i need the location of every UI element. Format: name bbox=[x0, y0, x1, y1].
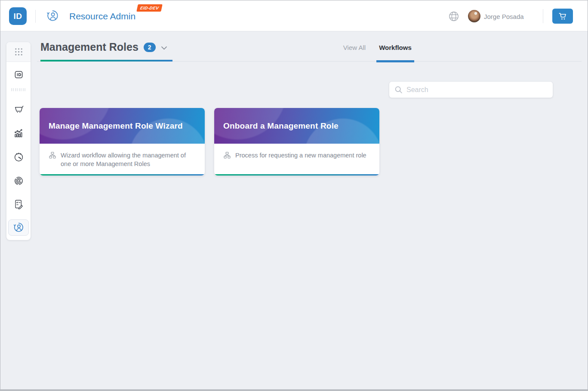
shopping-cart-button[interactable] bbox=[552, 9, 573, 24]
language-globe-icon[interactable] bbox=[448, 11, 459, 22]
card-accent-line bbox=[40, 174, 205, 175]
apps-grid-icon bbox=[14, 47, 24, 57]
card-header: Onboard a Management Role bbox=[214, 108, 379, 144]
analytics-icon bbox=[13, 128, 24, 139]
search-icon bbox=[394, 86, 403, 94]
sidebar-item-access[interactable] bbox=[10, 172, 27, 189]
sidebar-item-requests[interactable] bbox=[10, 195, 27, 212]
company-logo[interactable]: ID bbox=[9, 7, 27, 25]
card-description: Wizard workflow allowing the management … bbox=[61, 151, 194, 174]
card-accent-line bbox=[214, 174, 379, 175]
title-underline bbox=[40, 60, 172, 62]
gauge-icon bbox=[13, 152, 24, 163]
count-badge: 2 bbox=[144, 43, 156, 52]
org-chart-icon bbox=[49, 151, 56, 174]
tab-view-all[interactable]: View All bbox=[338, 44, 371, 51]
top-bar: ID Resource Admin EID-DEV Jorge Posada bbox=[0, 0, 588, 31]
user-sync-icon bbox=[13, 222, 24, 233]
divider bbox=[543, 9, 543, 23]
user-sync-icon bbox=[46, 9, 59, 22]
cart-icon bbox=[13, 104, 24, 114]
tab-workflows[interactable]: Workflows bbox=[376, 44, 414, 51]
card-title: Manage Management Role Wizard bbox=[49, 121, 183, 131]
page-title-row: Management Roles 2 bbox=[40, 41, 167, 53]
search-box bbox=[389, 82, 553, 98]
user-avatar[interactable] bbox=[468, 10, 480, 22]
user-name[interactable]: Jorge Posada bbox=[484, 13, 524, 20]
divider bbox=[35, 10, 36, 23]
card-description: Process for requesting a new management … bbox=[235, 151, 366, 174]
sidebar-placeholder-dashes bbox=[10, 86, 27, 92]
sidebar-item-analytics[interactable] bbox=[10, 124, 27, 142]
sidebar-item-resource-admin[interactable] bbox=[8, 219, 29, 236]
page-title: Management Roles bbox=[40, 41, 139, 53]
sidebar-item-shop[interactable] bbox=[10, 100, 27, 117]
sidebar bbox=[6, 42, 31, 240]
sidebar-item-dashboard[interactable] bbox=[10, 148, 27, 166]
card-body: Wizard workflow allowing the management … bbox=[40, 144, 205, 174]
card-body: Process for requesting a new management … bbox=[214, 144, 379, 174]
workflow-card-manage-management-role-wizard[interactable]: Manage Management Role Wizard Wizard wor… bbox=[40, 108, 205, 175]
tasks-edit-icon bbox=[13, 199, 24, 209]
id-badge-icon bbox=[13, 69, 24, 80]
environment-badge: EID-DEV bbox=[136, 4, 163, 12]
fingerprint-icon bbox=[13, 175, 24, 186]
chevron-down-icon[interactable] bbox=[161, 46, 167, 50]
org-chart-icon bbox=[223, 151, 231, 174]
card-title: Onboard a Management Role bbox=[223, 121, 339, 131]
cart-icon bbox=[558, 12, 567, 21]
sidebar-item-identity[interactable] bbox=[10, 66, 27, 83]
apps-grid-menu[interactable] bbox=[6, 42, 31, 62]
active-tab-underline bbox=[376, 60, 414, 62]
workflow-card-onboard-a-management-role[interactable]: Onboard a Management Role Process for re… bbox=[214, 108, 379, 175]
dashes-icon bbox=[11, 88, 26, 91]
card-header: Manage Management Role Wizard bbox=[40, 108, 205, 144]
search-input[interactable] bbox=[406, 86, 548, 94]
product-title: Resource Admin bbox=[69, 11, 135, 22]
